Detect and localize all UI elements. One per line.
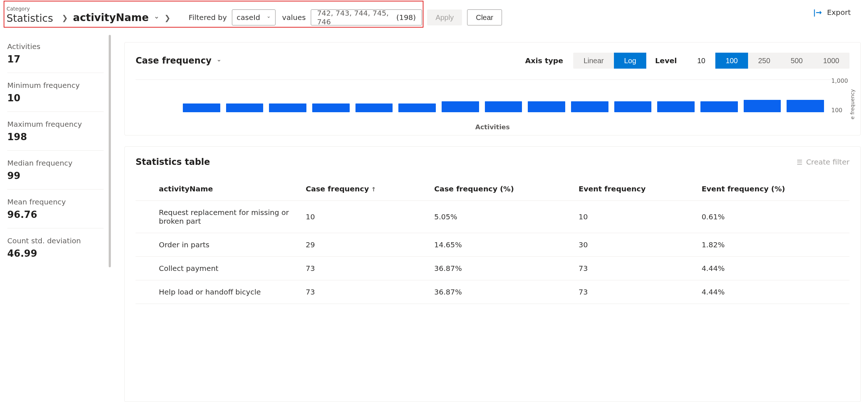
chart-bar[interactable] [226,103,264,112]
stat-value: 96.76 [7,209,104,220]
stat-item: Count std. deviation46.99 [7,236,104,267]
chart-bar[interactable] [700,101,738,112]
stat-item: Mean frequency96.76 [7,198,104,228]
chart-bar[interactable] [744,100,781,112]
table-cell: 73 [303,280,431,304]
chart-yticks: 1,000 100 [831,77,849,114]
level-100[interactable]: 100 [715,53,748,69]
table-row[interactable]: Request replacement for missing or broke… [136,201,849,233]
table-panel: Statistics table ☰ Create filter activit… [124,146,861,402]
ytick: 100 [831,107,849,114]
chart-bar[interactable] [355,103,393,112]
values-input[interactable]: 742, 743, 744, 745, 746 (198) [311,9,422,25]
table-cell: 5.05% [431,201,576,233]
chart-bar[interactable] [787,100,824,112]
create-filter-button[interactable]: ☰ Create filter [797,158,849,166]
export-dropdown[interactable]: |→ Export [813,8,861,17]
scrollbar[interactable] [109,35,111,267]
table-row[interactable]: Order in parts2914.65%301.82% [136,233,849,257]
export-icon: |→ [813,8,822,17]
stat-item: Activities17 [7,42,104,73]
apply-button[interactable]: Apply [427,9,462,25]
table-cell: 36.87% [431,280,576,304]
table-cell: Collect payment [136,257,303,280]
export-label: Export [827,8,851,17]
table-cell: Request replacement for missing or broke… [136,201,303,233]
table-cell: 29 [303,233,431,257]
clear-button[interactable]: Clear [467,9,502,25]
table-cell: 0.61% [699,201,849,233]
chevron-down-icon [266,15,271,20]
table-column-header[interactable]: Event frequency (%) [699,177,849,201]
table-cell: 4.44% [699,257,849,280]
ytick: 1,000 [831,77,849,84]
values-count: (198) [396,13,416,22]
chart-bar[interactable] [442,101,479,112]
stat-label: Activities [7,42,104,51]
level-10[interactable]: 10 [687,53,715,69]
level-label: Level [655,56,677,65]
axis-type-label: Axis type [525,56,563,65]
stat-item: Maximum frequency198 [7,120,104,151]
stat-label: Count std. deviation [7,236,104,245]
chevron-down-icon [154,14,159,21]
values-text: 742, 743, 744, 745, 746 [317,9,396,26]
category-value[interactable]: Statistics [7,12,53,24]
axis-type-log[interactable]: Log [614,53,646,69]
stat-item: Minimum frequency10 [7,81,104,112]
chart-xlabel: Activities [136,123,849,131]
stat-label: Mean frequency [7,198,104,206]
chevron-right-icon [164,13,170,22]
stat-value: 99 [7,170,104,181]
stats-table: activityNameCase frequency↑Case frequenc… [136,177,849,304]
chart-gridline [136,80,831,80]
content-area: Case frequency Axis type LinearLog Level… [111,31,868,402]
level-1000[interactable]: 1000 [813,53,850,69]
table-cell: 1.82% [699,233,849,257]
axis-type-linear[interactable]: Linear [573,53,614,69]
stat-item: Median frequency99 [7,159,104,190]
table-cell: Help load or handoff bicycle [136,280,303,304]
table-column-header[interactable]: Case frequency (%) [431,177,576,201]
chart-bar[interactable] [398,103,436,112]
table-cell: 10 [576,201,699,233]
filter-icon: ☰ [797,158,803,166]
table-column-header[interactable]: Event frequency [576,177,699,201]
stat-value: 198 [7,131,104,142]
chart-bar[interactable] [614,101,652,112]
chart-bar[interactable] [269,103,306,112]
stat-value: 17 [7,54,104,65]
chart-bar[interactable] [485,101,522,112]
create-filter-label: Create filter [806,158,849,166]
table-header-row: Statistics table ☰ Create filter [136,157,849,167]
chart-title-dropdown[interactable]: Case frequency [136,56,221,66]
stat-value: 10 [7,93,104,103]
table-header: activityNameCase frequency↑Case frequenc… [136,177,849,201]
chart-bar[interactable] [528,101,565,112]
table-cell: 14.65% [431,233,576,257]
axis-type-toggle: LinearLog [573,53,646,69]
table-title: Statistics table [136,157,210,167]
level-500[interactable]: 500 [780,53,813,69]
table-row[interactable]: Help load or handoff bicycle7336.87%734.… [136,280,849,304]
chart-bar[interactable] [657,101,695,112]
stat-label: Median frequency [7,159,104,167]
table-column-header[interactable]: Case frequency↑ [303,177,431,201]
chart-bar[interactable] [183,103,220,112]
table-cell: 10 [303,201,431,233]
filter-field-dropdown[interactable]: caseId [232,9,276,25]
filtered-by-label: Filtered by [189,13,227,22]
category-label: Category [7,6,53,12]
chart-bars [183,83,824,112]
table-column-header[interactable]: activityName [136,177,303,201]
values-label: values [282,13,306,22]
table-cell: 73 [303,257,431,280]
chart-bar[interactable] [312,103,350,112]
chart-controls: Axis type LinearLog Level 10100250500100… [525,53,849,69]
chart-panel: Case frequency Axis type LinearLog Level… [124,42,861,135]
level-250[interactable]: 250 [748,53,780,69]
attribute-dropdown[interactable]: activityName [73,12,160,24]
attribute-label: activityName [73,12,149,24]
chart-bar[interactable] [571,101,608,112]
table-row[interactable]: Collect payment7336.87%734.44% [136,257,849,280]
